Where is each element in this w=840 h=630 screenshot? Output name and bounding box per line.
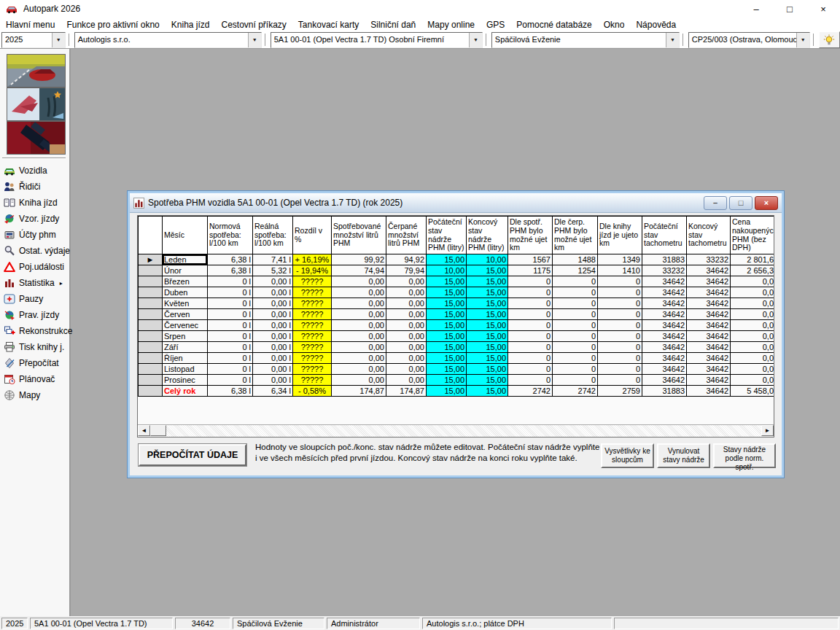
table-row-brezen[interactable]: Březen0 l0,00 l?????0,000,0015,0015,0000… bbox=[139, 276, 775, 287]
trip-order-combo[interactable]: CP25/003 (Ostrava, Olomouc)▼ bbox=[688, 32, 810, 48]
tank-start-cell[interactable]: 15,00 bbox=[427, 287, 467, 298]
menu-item-okno[interactable]: Okno bbox=[598, 18, 631, 31]
sidebar-item-ridici[interactable]: Řidiči bbox=[4, 179, 40, 194]
tank-start-cell[interactable]: 15,00 bbox=[427, 254, 467, 265]
tank-start-cell[interactable]: 15,00 bbox=[427, 386, 467, 397]
tank-start-cell[interactable]: 10,00 bbox=[427, 265, 467, 276]
sidebar-item-pauzy[interactable]: Pauzy bbox=[4, 292, 43, 306]
chevron-down-icon[interactable]: ▼ bbox=[666, 33, 679, 47]
tank-end-cell[interactable]: 15,00 bbox=[467, 320, 508, 331]
chevron-down-icon[interactable]: ▼ bbox=[469, 33, 482, 47]
horizontal-scrollbar[interactable]: ◄ ► bbox=[138, 424, 774, 437]
sidebar-item-poj-udalosti[interactable]: Poj.události bbox=[4, 260, 64, 274]
menu-item-mapy-online[interactable]: Mapy online bbox=[421, 18, 481, 31]
driver-combo[interactable]: Spáčilová Evženie▼ bbox=[491, 32, 680, 48]
sidebar-item-kniha-jizd[interactable]: Kniha jízd bbox=[4, 195, 58, 210]
sidebar-item-vozidla[interactable]: Vozidla bbox=[4, 163, 47, 178]
table-row-srpen[interactable]: Srpen0 l0,00 l?????0,000,0015,0015,00000… bbox=[139, 331, 775, 342]
menu-item-funkce-pro-aktivni-okno[interactable]: Funkce pro aktivní okno bbox=[61, 18, 165, 31]
sidebar-item-planovac[interactable]: Plánovač bbox=[4, 372, 55, 386]
scrollbar-thumb[interactable] bbox=[150, 425, 166, 436]
sidebar-item-tisk-knihy-j[interactable]: Tisk knihy j. bbox=[4, 340, 64, 354]
banner-photo-fuel[interactable] bbox=[7, 121, 66, 155]
menu-item-kniha-jizd[interactable]: Kniha jízd bbox=[166, 18, 216, 31]
chevron-down-icon[interactable]: ▼ bbox=[52, 33, 65, 47]
vehicle-combo[interactable]: 5A1 00-01 (Opel Vectra 1.7 TD) Osobní Fi… bbox=[271, 32, 483, 48]
km-by-logbook-cell: 0 bbox=[598, 298, 642, 309]
tank-end-cell[interactable]: 15,00 bbox=[467, 364, 508, 375]
menu-item-napoveda[interactable]: Nápověda bbox=[630, 18, 682, 31]
year-combo[interactable]: 2025▼ bbox=[1, 32, 66, 48]
tank-end-cell[interactable]: 15,00 bbox=[467, 331, 508, 342]
stavy-nadrze-podle-norm-spotr-button[interactable]: Stavy nádrže podle norm. spotř. bbox=[713, 443, 776, 468]
sidebar-item-prav-jizdy[interactable]: Prav. jízdy bbox=[4, 308, 59, 322]
odometer-start-cell: 33232 bbox=[642, 265, 687, 276]
window-maximize-icon[interactable]: □ bbox=[773, 0, 806, 18]
sidebar-item-statistika[interactable]: Statistika▸ bbox=[4, 276, 63, 290]
menu-item-silnicni-dan[interactable]: Silniční daň bbox=[365, 18, 421, 31]
tank-end-cell[interactable]: 15,00 bbox=[467, 342, 508, 353]
menu-item-tankovaci-karty[interactable]: Tankovací karty bbox=[292, 18, 365, 31]
chevron-down-icon[interactable]: ▼ bbox=[248, 33, 261, 47]
tank-end-cell[interactable]: 15,00 bbox=[467, 375, 508, 386]
table-row-zari[interactable]: Září0 l0,00 l?????0,000,0015,0015,000003… bbox=[139, 342, 775, 353]
table-row-rijen[interactable]: Říjen0 l0,00 l?????0,000,0015,0015,00000… bbox=[139, 353, 775, 364]
menu-item-gps[interactable]: GPS bbox=[481, 18, 510, 31]
table-row-cerven[interactable]: Červen0 l0,00 l?????0,000,0015,0015,0000… bbox=[139, 309, 775, 320]
table-row-cely-rok[interactable]: Celý rok6,38 l6,34 l- 0,58%174,87174,871… bbox=[139, 386, 775, 397]
tank-end-cell[interactable]: 15,00 bbox=[467, 265, 508, 276]
menu-item-hlavni-menu[interactable]: Hlavní menu bbox=[0, 18, 61, 31]
tank-end-cell[interactable]: 10,00 bbox=[467, 254, 508, 265]
banner-photo-car[interactable] bbox=[7, 54, 66, 88]
toolbar-separator bbox=[682, 34, 685, 46]
tank-start-cell[interactable]: 15,00 bbox=[427, 375, 467, 386]
chevron-down-icon[interactable]: ▼ bbox=[796, 33, 809, 47]
scrollbar-track[interactable] bbox=[166, 425, 761, 437]
tank-end-cell[interactable]: 15,00 bbox=[467, 353, 508, 364]
sidebar-item-prepocitat[interactable]: Přepočítat bbox=[4, 356, 59, 370]
banner-photo-travel[interactable] bbox=[7, 88, 66, 121]
table-row-kveten[interactable]: Květen0 l0,00 l?????0,000,0015,0015,0000… bbox=[139, 298, 775, 309]
scroll-left-icon[interactable]: ◄ bbox=[138, 425, 150, 436]
vysvetlivky-ke-sloupcum-button[interactable]: Vysvětlivky ke sloupcům bbox=[601, 443, 654, 468]
menu-item-pomocne-databaze[interactable]: Pomocné databáze bbox=[510, 18, 597, 31]
company-combo[interactable]: Autologis s.r.o.▼ bbox=[74, 32, 262, 48]
scroll-right-icon[interactable]: ► bbox=[761, 425, 774, 436]
sidebar-item-ucty-phm[interactable]: Účty phm bbox=[4, 228, 56, 242]
tank-start-cell[interactable]: 15,00 bbox=[427, 331, 467, 342]
month-cell: Srpen bbox=[163, 331, 208, 342]
recalculate-button[interactable]: PŘEPOČÍTAT ÚDAJE bbox=[139, 444, 246, 466]
dialog-minimize-icon[interactable]: – bbox=[704, 196, 727, 210]
tank-start-cell[interactable]: 15,00 bbox=[427, 309, 467, 320]
table-row-prosinec[interactable]: Prosinec0 l0,00 l?????0,000,0015,0015,00… bbox=[139, 375, 775, 386]
tank-end-cell[interactable]: 15,00 bbox=[467, 287, 508, 298]
sidebar-item-mapy[interactable]: Mapy bbox=[4, 388, 40, 402]
tank-end-cell[interactable]: 15,00 bbox=[467, 386, 508, 397]
table-row-duben[interactable]: Duben0 l0,00 l?????0,000,0015,0015,00000… bbox=[139, 287, 775, 298]
menu-item-cestovni-prikazy[interactable]: Cestovní příkazy bbox=[215, 18, 292, 31]
vynulovat-stavy-nadrze-button[interactable]: Vynulovat stavy nádrže bbox=[657, 443, 710, 468]
km-by-logbook-cell: 0 bbox=[598, 342, 642, 353]
tank-end-cell[interactable]: 15,00 bbox=[467, 298, 508, 309]
table-row-leden[interactable]: ►Leden6,38 l7,41 l+ 16,19%99,9294,9215,0… bbox=[139, 254, 775, 265]
tip-bulb-button[interactable] bbox=[819, 31, 840, 48]
table-row-unor[interactable]: Únor6,38 l5,32 l- 19,94%74,9479,9410,001… bbox=[139, 265, 775, 276]
tank-start-cell[interactable]: 15,00 bbox=[427, 298, 467, 309]
tank-start-cell[interactable]: 15,00 bbox=[427, 364, 467, 375]
tank-start-cell[interactable]: 15,00 bbox=[427, 342, 467, 353]
tank-start-cell[interactable]: 15,00 bbox=[427, 320, 467, 331]
tank-end-cell[interactable]: 15,00 bbox=[467, 309, 508, 320]
dialog-restore-icon[interactable]: □ bbox=[729, 196, 752, 210]
table-row-cervenec[interactable]: Červenec0 l0,00 l?????0,000,0015,0015,00… bbox=[139, 320, 775, 331]
tank-start-cell[interactable]: 15,00 bbox=[427, 276, 467, 287]
tank-start-cell[interactable]: 15,00 bbox=[427, 353, 467, 364]
tank-end-cell[interactable]: 15,00 bbox=[467, 276, 508, 287]
table-row-listopad[interactable]: Listopad0 l0,00 l?????0,000,0015,0015,00… bbox=[139, 364, 775, 375]
sidebar-item-vzor-jizdy[interactable]: Vzor. jízdy bbox=[4, 211, 59, 226]
window-close-icon[interactable]: × bbox=[806, 0, 840, 18]
window-minimize-icon[interactable]: – bbox=[739, 0, 773, 18]
range-by-consumption-cell: 0 bbox=[508, 320, 553, 331]
sidebar-item-ostat-vydaje[interactable]: Ostat. výdaje bbox=[4, 244, 70, 258]
dialog-close-icon[interactable]: × bbox=[755, 196, 778, 210]
sidebar-item-rekonstrukce[interactable]: Rekonstrukce bbox=[4, 324, 72, 338]
